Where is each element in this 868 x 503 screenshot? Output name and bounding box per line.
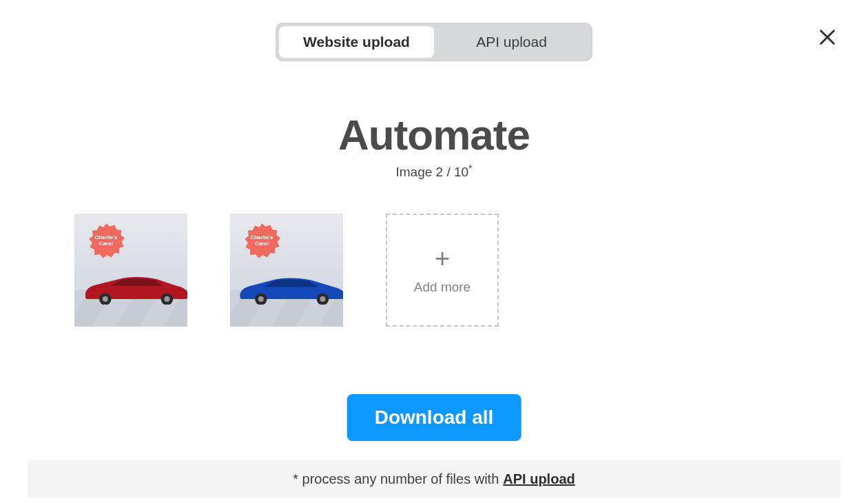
svg-text:Cars!: Cars! [99,240,113,247]
thumbnail-item[interactable]: Charlie's Cars! [230,214,343,327]
subtitle-asterisk: * [468,163,472,174]
svg-point-13 [258,296,264,302]
svg-point-8 [164,296,169,302]
svg-text:Cars!: Cars! [255,240,269,247]
svg-text:Charlie's: Charlie's [251,234,273,240]
download-all-button[interactable]: Download all [347,394,521,441]
svg-point-15 [320,296,325,302]
car-icon [80,271,187,305]
plus-icon: + [435,245,450,271]
close-icon-svg [818,28,837,47]
subtitle-prefix: Image [395,165,435,179]
page-title: Automate [0,110,868,159]
footer-text: * process any number of files with [293,471,499,487]
car-icon [236,271,343,305]
svg-point-6 [103,296,108,302]
tab-website-upload[interactable]: Website upload [279,26,434,58]
dealer-badge-icon: Charlie's Cars! [242,222,281,260]
tab-api-upload[interactable]: API upload [434,26,589,58]
svg-text:Charlie's: Charlie's [95,234,118,240]
page-subtitle: Image 2 / 10* [0,163,868,180]
thumbnail-row: Charlie's Cars! Charlie's Cars! [74,214,499,327]
upload-mode-tabs: Website upload API upload [276,23,592,61]
subtitle-count: 2 / 10 [436,165,469,179]
footer-api-upload-link[interactable]: API upload [503,471,575,487]
thumbnail-item[interactable]: Charlie's Cars! [74,214,187,327]
footer-note: * process any number of files with API u… [28,460,840,497]
close-icon[interactable] [818,28,837,47]
dealer-badge-icon: Charlie's Cars! [87,222,125,260]
add-more-button[interactable]: + Add more [386,214,499,327]
add-more-label: Add more [414,280,471,295]
